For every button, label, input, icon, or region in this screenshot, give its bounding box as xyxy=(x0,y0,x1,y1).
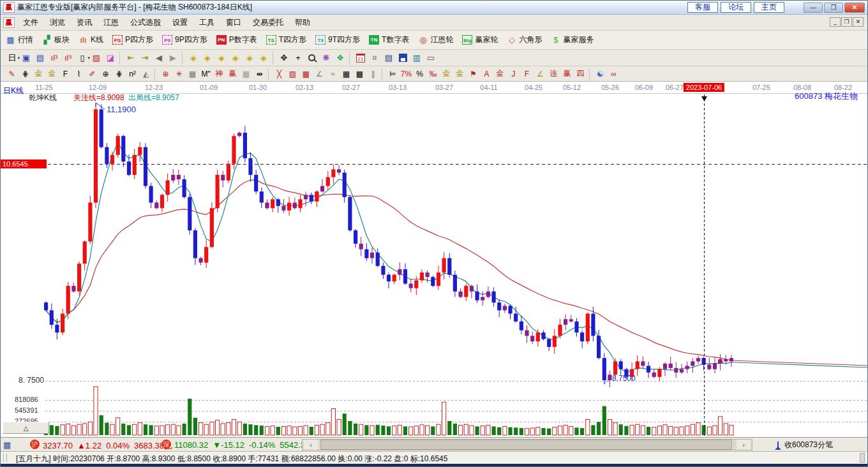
color-histogram-icon[interactable]: ◪ xyxy=(103,52,117,64)
diamond-expand-v-icon[interactable]: ◈ xyxy=(243,52,257,64)
pan-hand-icon[interactable]: ✥ xyxy=(277,52,291,64)
menu-江恩[interactable]: 江恩 xyxy=(98,16,124,29)
circle-grid-tool[interactable]: ⊕ xyxy=(99,68,112,80)
crosshair-icon[interactable]: + xyxy=(291,52,305,64)
f-angle-tool[interactable]: F xyxy=(520,68,534,80)
child-minimize-button[interactable]: _ xyxy=(830,17,841,27)
diamond-left-icon[interactable]: ◈ xyxy=(186,52,200,64)
t-number-table-button[interactable]: TNT数字表 xyxy=(366,33,412,47)
pen-tool-tool[interactable]: ✎ xyxy=(5,68,19,80)
chart-hscrollbar[interactable]: ‹ › xyxy=(302,439,752,450)
chart-area[interactable]: 11-2512-0912-2301-0901-3002-1302-2703-13… xyxy=(1,82,867,437)
gold-angle-tool[interactable]: ∠ xyxy=(534,68,547,80)
zoom-magnifier-icon[interactable] xyxy=(305,52,319,64)
shen-tool-tool[interactable]: 神 xyxy=(213,68,226,80)
sectors-button[interactable]: ▞板块 xyxy=(40,33,72,47)
region-select-icon[interactable]: ▣ xyxy=(19,52,33,64)
gann-wheel-button[interactable]: ◎江恩轮 xyxy=(415,33,456,47)
infinity-tool[interactable]: ∞ xyxy=(607,68,620,80)
wave-tool-tool[interactable]: ≈ xyxy=(326,68,340,80)
child-close-button[interactable]: ✕ xyxy=(853,17,864,27)
fib-tool-tool[interactable]: F xyxy=(59,68,72,80)
child-restore-button[interactable]: ❐ xyxy=(841,17,852,27)
permille-tool[interactable]: ‰ xyxy=(426,68,440,80)
pen-red-tool[interactable]: ✐ xyxy=(86,68,99,80)
diamond-shrink-v-icon[interactable]: ◈ xyxy=(257,52,271,64)
mini-chart-9-icon[interactable]: ıl⁹ xyxy=(61,52,75,64)
gold-circle-tool[interactable]: 金 xyxy=(440,68,453,80)
candle-style-icon[interactable]: ▯ xyxy=(75,52,89,64)
ying-angle-tool[interactable]: 赢 xyxy=(560,68,574,80)
angle-ruler-tool[interactable]: ◭ xyxy=(139,68,153,80)
h-measure-tool[interactable]: ⇹ xyxy=(253,68,266,80)
menu-文件[interactable]: 文件 xyxy=(17,16,44,29)
spiral-tool-tool[interactable]: ⌇ xyxy=(72,68,86,80)
menu-交易委托[interactable]: 交易委托 xyxy=(247,16,289,29)
menu-浏览[interactable]: 浏览 xyxy=(44,16,71,29)
forum-button[interactable]: 论坛 xyxy=(721,2,751,13)
menu-资讯[interactable]: 资讯 xyxy=(71,16,98,29)
diamond-expand-h-icon[interactable]: ◈ xyxy=(214,52,228,64)
page-right-icon[interactable]: ▶ xyxy=(166,52,180,64)
gold-lines-tool[interactable]: 金 xyxy=(453,68,467,80)
hatch-tool-tool[interactable]: ⋕ xyxy=(112,68,126,80)
service-button[interactable]: 客服 xyxy=(687,2,718,13)
si-angle-tool[interactable]: 四 xyxy=(574,68,587,80)
gann-star-tool[interactable]: ✳ xyxy=(172,68,186,80)
calendar-icon[interactable]: 21 xyxy=(354,52,368,64)
ying-tool-tool[interactable]: 赢 xyxy=(226,68,239,80)
diamond-shrink-h-icon[interactable]: ◈ xyxy=(228,52,243,64)
black-hatch-tool[interactable]: ▩ xyxy=(353,68,366,80)
candlestick-chart[interactable] xyxy=(1,82,868,437)
price-ruler-tool[interactable]: ⊨ xyxy=(386,68,400,80)
scroll-right-button[interactable]: › xyxy=(737,440,751,450)
gold-grid-2-tool[interactable]: 金 xyxy=(45,68,59,80)
t-square-button[interactable]: TST四方形 xyxy=(264,33,309,47)
grid-123-tool[interactable]: ▦ xyxy=(239,68,253,80)
quotes-button[interactable]: ▦行情 xyxy=(3,33,36,47)
lian-angle-tool[interactable]: 连 xyxy=(547,68,560,80)
gold-red-tool[interactable]: 金 xyxy=(493,68,507,80)
pct-7-tool[interactable]: 7% xyxy=(400,68,413,80)
n-square-tool[interactable]: n² xyxy=(126,68,139,80)
measure-m-tool[interactable]: M″ xyxy=(199,68,213,80)
menu-公式选股[interactable]: 公式选股 xyxy=(124,16,167,29)
jump-last-icon[interactable]: ⇥ xyxy=(138,52,152,64)
restore-button[interactable]: ❐ xyxy=(824,3,843,13)
p-square-button[interactable]: PSP四方形 xyxy=(110,33,156,47)
j-angle-tool[interactable]: J xyxy=(507,68,520,80)
page-left-icon[interactable]: ◀ xyxy=(152,52,166,64)
a-grid-tool[interactable]: A xyxy=(480,68,493,80)
yinyang-tool[interactable]: ☯ xyxy=(594,68,607,80)
gold-grid-1-tool[interactable]: 金 xyxy=(32,68,45,80)
jump-first-icon[interactable]: ⇤ xyxy=(124,52,138,64)
stats-purple-icon[interactable]: ❋ xyxy=(319,52,333,64)
parallel-lines-tool[interactable]: ∥ xyxy=(366,68,380,80)
info-panel-icon[interactable]: ▤ xyxy=(33,52,47,64)
mini-chart-3-icon[interactable]: ıl³ xyxy=(47,52,61,64)
network-pc-icon[interactable]: ▥ xyxy=(410,52,424,64)
home-button[interactable]: 主页 xyxy=(754,2,784,13)
fan-lines-tool[interactable]: ╳ xyxy=(273,68,286,80)
scroll-left-button[interactable]: ‹ xyxy=(304,440,318,450)
puzzle-green-icon[interactable]: ❖ xyxy=(333,52,347,64)
p-number-table-button[interactable]: PNP数字表 xyxy=(214,33,260,47)
winner-wheel-button[interactable]: Big赢家轮 xyxy=(460,33,500,47)
save-icon[interactable] xyxy=(396,52,410,64)
grid-tool-tool[interactable]: ⋕ xyxy=(19,68,32,80)
red-hatch-box-tool[interactable]: ▩ xyxy=(299,68,313,80)
scroll-thumb[interactable] xyxy=(320,440,732,450)
winner-service-button[interactable]: $赢家服务 xyxy=(548,33,596,47)
notepad-icon[interactable]: ▤ xyxy=(382,52,396,64)
menu-帮助[interactable]: 帮助 xyxy=(289,16,316,29)
calculator-icon[interactable]: ⌗ xyxy=(368,52,382,64)
printer-icon[interactable]: ▭ xyxy=(424,52,438,64)
indicator-expand-button[interactable]: △ xyxy=(3,422,49,434)
period-day-icon[interactable]: 日 xyxy=(5,52,19,64)
flag-candle-tool[interactable]: ⚑ xyxy=(467,68,480,80)
black-grid-tool[interactable]: ▦ xyxy=(340,68,353,80)
red-grid-box-tool[interactable]: ▨ xyxy=(286,68,299,80)
menu-设置[interactable]: 设置 xyxy=(167,16,193,29)
pct-tool[interactable]: % xyxy=(413,68,426,80)
gann-compass-tool[interactable]: ⊕ xyxy=(159,68,172,80)
